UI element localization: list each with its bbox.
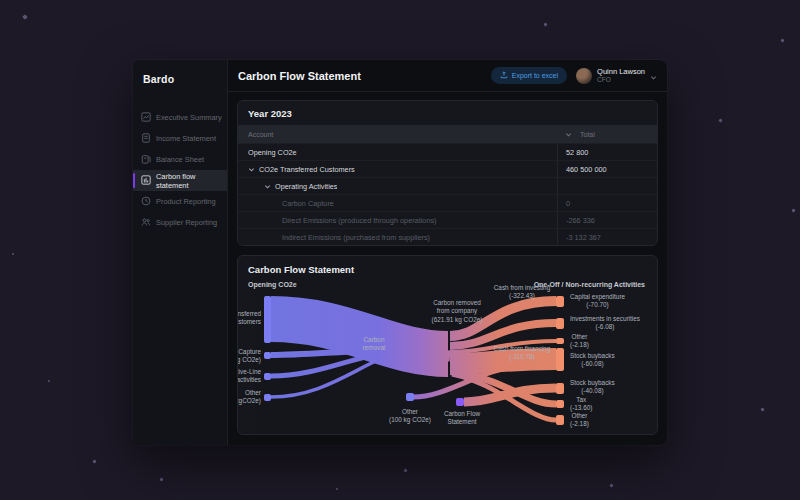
- sankey-label-carbon-capture: Carbon Capture(2589.03 kg CO2e): [237, 348, 261, 365]
- main-panel: Carbon Flow Statement Export to excel Qu…: [228, 60, 667, 445]
- topbar-actions: Export to excel Quinn Lawson CFO: [491, 67, 657, 85]
- table-row: Opening CO2e 52 800: [238, 143, 657, 160]
- sidebar-item-income-statement[interactable]: Income Statement: [133, 128, 227, 149]
- user-name: Quinn Lawson: [597, 67, 645, 76]
- star-decoration: [336, 488, 339, 491]
- upload-icon: [500, 71, 508, 80]
- star-decoration: [92, 459, 96, 463]
- sankey-label-stock-buybacks-1: Stock buybacks(-60.08): [570, 352, 615, 369]
- year-table-card: Year 2023 Account Total Opening CO2e 52 …: [237, 100, 658, 246]
- sankey-label-investments: Investments in securities(-6.08): [570, 315, 640, 332]
- sankey-label-other-r2: Other(-2.18): [570, 412, 589, 429]
- sankey-label-carbon-removal: Carbonremoval: [363, 336, 386, 353]
- sankey-label-cash-investing: Cash from investing(-322.43): [494, 284, 550, 301]
- star-decoration: [780, 38, 784, 42]
- topbar: Carbon Flow Statement Export to excel Qu…: [228, 60, 667, 92]
- chart-right-header: One-Off / Non-recurring Activities: [534, 281, 645, 288]
- sankey-label-cash-financing: Cash from financing(-110.78): [494, 345, 551, 362]
- user-role: CFO: [597, 76, 645, 84]
- star-decoration: [760, 407, 764, 411]
- sidebar-item-label: Supplier Reporting: [156, 218, 217, 227]
- sankey-label-other-r1: Other(-2.18): [570, 333, 589, 350]
- table-row: Indirect Emissions (purchased from suppl…: [238, 228, 657, 245]
- table-row: Direct Emissions (produced through opera…: [238, 211, 657, 228]
- sidebar-item-product-reporting[interactable]: Product Reporting: [133, 191, 227, 212]
- user-menu[interactable]: Quinn Lawson CFO: [576, 67, 657, 85]
- table-row: Carbon Capture 0: [238, 194, 657, 211]
- sidebar-item-label: Balance Sheet: [156, 155, 204, 164]
- page-title: Carbon Flow Statement: [238, 70, 361, 82]
- sankey-label-carbon-removed: Carbon removedfrom company(621.91 kg CO2…: [432, 299, 483, 324]
- total-cell: 0: [557, 195, 657, 211]
- chevron-down-icon[interactable]: [264, 183, 271, 190]
- sankey-label-stock-buybacks-2: Stock buybacks(-40.08): [570, 379, 615, 396]
- sidebar-item-label: Income Statement: [156, 134, 216, 143]
- account-cell: Carbon Capture: [282, 199, 334, 208]
- star-decoration: [543, 22, 547, 26]
- export-button-label: Export to excel: [512, 72, 558, 79]
- star-decoration: [791, 208, 795, 212]
- sankey-label-relative-line: Relative-LineCarbon activities: [237, 368, 261, 385]
- column-header-total: Total: [557, 125, 657, 143]
- sidebar-item-label: Carbon flow statement: [156, 172, 227, 190]
- line-chart-icon: [141, 112, 151, 124]
- total-cell: 460 500 000: [557, 161, 657, 177]
- sidebar-item-carbon-flow-statement[interactable]: Carbon flow statement: [133, 170, 227, 191]
- app-window: Bardo Executive Summary Income Statement: [133, 60, 667, 445]
- clock-icon: [141, 196, 151, 208]
- total-cell: [557, 178, 657, 194]
- star-decoration: [403, 468, 407, 472]
- sidebar-item-label: Executive Summary: [156, 113, 222, 122]
- sidebar-nav: Executive Summary Income Statement Balan…: [133, 107, 227, 233]
- sidebar: Bardo Executive Summary Income Statement: [133, 60, 228, 445]
- sankey-label-other-mid: Other(100 kg CO2e): [389, 408, 431, 425]
- chevron-down-icon: [650, 67, 657, 85]
- account-cell: Indirect Emissions (purchased from suppl…: [282, 233, 430, 242]
- sankey-chart-card: Carbon Flow Statement Opening CO2e One-O…: [237, 255, 658, 435]
- total-cell: -266 336: [557, 212, 657, 228]
- star-decoration: [159, 477, 163, 481]
- table-row: CO2e Transferred Customers 460 500 000: [238, 160, 657, 177]
- star-decoration: [609, 483, 613, 487]
- document-icon: [141, 133, 151, 145]
- ledger-icon: [141, 154, 151, 166]
- star-decoration: [12, 253, 15, 256]
- chevron-down-icon[interactable]: [248, 166, 255, 173]
- chart-left-header: Opening CO2e: [248, 281, 297, 288]
- account-cell: CO2e Transferred Customers: [259, 165, 355, 174]
- sankey-label-other-left: Other(100 kgCO2e): [237, 389, 261, 406]
- sankey-label-carbon-flow-statement: Carbon FlowStatement: [444, 410, 480, 427]
- table-row: Operating Activities: [238, 177, 657, 194]
- table-title: Year 2023: [238, 101, 657, 125]
- column-header-account: Account: [238, 131, 557, 138]
- bar-chart-icon: [141, 175, 151, 187]
- star-decoration: [718, 118, 722, 122]
- table-header-row: Account Total: [238, 125, 657, 143]
- sidebar-item-supplier-reporting[interactable]: Supplier Reporting: [133, 212, 227, 233]
- star-decoration: [22, 14, 28, 20]
- sidebar-item-balance-sheet[interactable]: Balance Sheet: [133, 149, 227, 170]
- export-to-excel-button[interactable]: Export to excel: [491, 67, 567, 84]
- sankey-label-co2-transferred: CO2 Transferredto customers: [237, 310, 261, 327]
- user-meta: Quinn Lawson CFO: [597, 67, 645, 84]
- chevron-down-icon[interactable]: [565, 131, 572, 138]
- people-icon: [141, 217, 151, 229]
- chart-title: Carbon Flow Statement: [248, 264, 354, 275]
- content-area: Year 2023 Account Total Opening CO2e 52 …: [228, 92, 667, 445]
- sankey-label-capital-expenditure: Capital expenditure(-70.70): [570, 293, 625, 310]
- sidebar-item-executive-summary[interactable]: Executive Summary: [133, 107, 227, 128]
- account-cell: Direct Emissions (produced through opera…: [282, 216, 437, 225]
- account-cell: Operating Activities: [275, 182, 337, 191]
- account-cell: Opening CO2e: [248, 148, 297, 157]
- sidebar-item-label: Product Reporting: [156, 197, 216, 206]
- total-cell: -3 132 367: [557, 229, 657, 245]
- star-decoration: [48, 380, 51, 383]
- avatar: [576, 68, 592, 84]
- total-cell: 52 800: [557, 144, 657, 160]
- brand-logo: Bardo: [133, 60, 227, 85]
- sankey-label-tax: Tax(-13.60): [570, 396, 592, 413]
